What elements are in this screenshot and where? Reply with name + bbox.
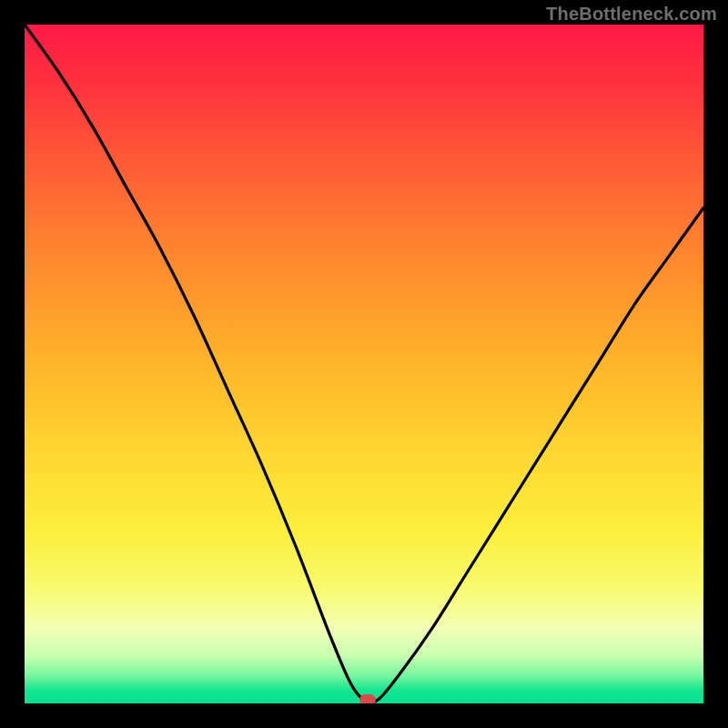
- plot-area: [25, 25, 703, 703]
- bottleneck-curve: [25, 25, 703, 703]
- chart-frame: TheBottleneck.com: [0, 0, 728, 728]
- optimal-point-marker: [359, 694, 376, 703]
- watermark-text: TheBottleneck.com: [546, 4, 717, 25]
